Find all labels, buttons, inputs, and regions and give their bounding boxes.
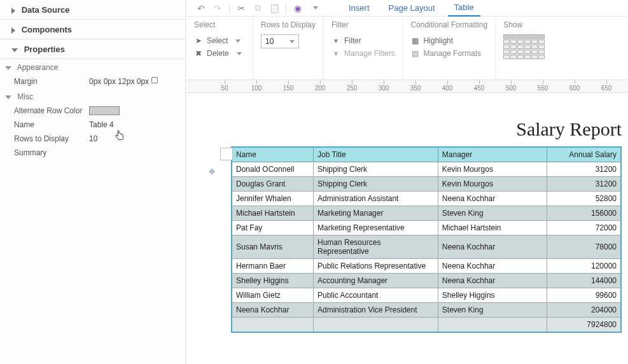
table-cell[interactable]: Hermann Baer xyxy=(232,259,314,274)
properties-misc-header[interactable]: Misc xyxy=(0,88,185,104)
table-cell[interactable]: Michael Hartstein xyxy=(232,206,314,221)
redo-icon[interactable]: ↷ xyxy=(213,3,223,13)
dropdown-arrow-icon[interactable] xyxy=(313,6,318,10)
table-cell[interactable]: Marketing Representative xyxy=(314,221,438,235)
table-cell[interactable]: 52800 xyxy=(547,192,621,206)
property-alternate-row-color[interactable]: Alternate Row Color xyxy=(0,104,185,118)
ruler-label: 450 xyxy=(474,85,485,92)
accordion-properties[interactable]: Properties xyxy=(0,39,185,59)
table-header-cell[interactable]: Name xyxy=(232,147,314,162)
table-cell[interactable]: Human Resources Representative xyxy=(314,235,438,259)
accordion-data-source[interactable]: Data Source xyxy=(0,0,185,20)
table-cell[interactable]: Douglas Grant xyxy=(232,177,314,192)
filter-button[interactable]: ▾ Filter xyxy=(331,34,394,47)
table-cell[interactable]: Administration Assistant xyxy=(314,192,438,206)
table-cell[interactable]: William Gietz xyxy=(232,288,314,303)
delete-button[interactable]: ✖ Delete xyxy=(194,47,245,60)
table-cell[interactable]: Neena Kochhar xyxy=(438,259,547,274)
table-cell[interactable]: Pat Fay xyxy=(232,221,314,235)
table-header-cell[interactable]: Job Title xyxy=(314,147,438,162)
table-cell[interactable]: Steven King xyxy=(438,206,547,221)
cut-icon[interactable]: ✂ xyxy=(236,3,246,13)
table-cell[interactable]: Neena Kochhar xyxy=(438,192,547,206)
report-title[interactable]: Salary Report xyxy=(218,118,622,140)
table-cell[interactable]: Accounting Manager xyxy=(314,274,438,288)
table-cell[interactable]: Neena Kochhar xyxy=(438,235,547,259)
table-footer-cell xyxy=(314,318,438,333)
table-cell[interactable]: 78000 xyxy=(547,235,621,259)
table-cell[interactable]: Neena Kochhar xyxy=(438,274,547,288)
manage-filters-button[interactable]: ▾ Manage Filters xyxy=(331,47,394,60)
property-name[interactable]: Name Table 4 xyxy=(0,118,185,132)
ruler-label: 350 xyxy=(410,85,421,92)
funnel-icon: ▾ xyxy=(331,36,340,45)
refresh-icon[interactable]: ◉ xyxy=(293,3,303,13)
accordion-components[interactable]: Components xyxy=(0,20,185,39)
rows-to-display-select[interactable]: 10 xyxy=(261,34,299,48)
copy-icon[interactable]: ⧉ xyxy=(253,3,263,13)
table-cell[interactable]: Administration Vice President xyxy=(314,303,438,318)
property-margin[interactable]: Margin 0px 0px 12px 0px xyxy=(0,74,185,88)
table-cell[interactable]: Neena Kochhar xyxy=(232,303,314,318)
table-cell[interactable]: 204000 xyxy=(547,303,621,318)
table-cell[interactable]: Public Relations Representative xyxy=(314,259,438,274)
table-cell[interactable]: Shipping Clerk xyxy=(314,177,438,192)
table-cell[interactable]: 31200 xyxy=(547,177,621,192)
color-swatch[interactable] xyxy=(89,106,120,115)
table-cell[interactable]: Public Accountant xyxy=(314,288,438,303)
table-cell[interactable]: Shelley Higgins xyxy=(438,288,547,303)
properties-appearance-header[interactable]: Appearance xyxy=(0,59,185,74)
move-handle-icon[interactable]: ✥ xyxy=(209,167,215,176)
ribbon-group-title: Conditional Formatting xyxy=(410,20,487,29)
table-cell[interactable]: Jennifer Whalen xyxy=(232,192,314,206)
table-cell[interactable]: Steven King xyxy=(438,303,547,318)
table-cell[interactable]: 72000 xyxy=(547,221,621,235)
table-header-cell[interactable]: Manager xyxy=(438,147,547,162)
table-cell[interactable]: Kevin Mourgos xyxy=(438,177,547,192)
table-row[interactable]: Jennifer WhalenAdministration AssistantN… xyxy=(232,192,621,206)
table-row[interactable]: Pat FayMarketing RepresentativeMichael H… xyxy=(232,221,621,235)
table-cell[interactable]: Donald OConnell xyxy=(232,162,314,177)
salary-table[interactable]: NameJob TitleManagerAnnual Salary Donald… xyxy=(231,146,622,333)
tab-insert[interactable]: Insert xyxy=(342,3,376,13)
table-cell[interactable]: 31200 xyxy=(547,162,621,177)
tab-table[interactable]: Table xyxy=(448,0,480,17)
table-cell[interactable]: Kevin Mourgos xyxy=(438,162,547,177)
report-canvas[interactable]: Salary Report ✥ NameJob TitleManagerAnnu… xyxy=(186,93,628,364)
table-cell[interactable]: Marketing Manager xyxy=(314,206,438,221)
table-row[interactable]: Neena KochharAdministration Vice Preside… xyxy=(232,303,621,318)
table-footer-row[interactable]: 7924800 xyxy=(232,318,621,333)
tab-page-layout[interactable]: Page Layout xyxy=(382,3,442,13)
table-row[interactable]: Shelley HigginsAccounting ManagerNeena K… xyxy=(232,274,621,288)
table-cell[interactable]: 99600 xyxy=(547,288,621,303)
table-row[interactable]: Michael HartsteinMarketing ManagerSteven… xyxy=(232,206,621,221)
table-row[interactable]: Douglas GrantShipping ClerkKevin Mourgos… xyxy=(232,177,621,192)
undo-icon[interactable]: ↶ xyxy=(196,3,206,13)
table-cell[interactable]: Shipping Clerk xyxy=(314,162,438,177)
paste-icon[interactable]: 📋 xyxy=(269,3,279,13)
ribbon-group-show: Show xyxy=(496,17,562,80)
manage-formats-button[interactable]: ▤ Manage Formats xyxy=(410,47,487,60)
reset-icon[interactable] xyxy=(151,77,158,83)
table-row[interactable]: Donald OConnellShipping ClerkKevin Mourg… xyxy=(232,162,621,177)
property-summary[interactable]: Summary xyxy=(0,146,185,160)
ruler-label: 50 xyxy=(221,85,228,92)
property-label: Summary xyxy=(14,148,89,157)
table-cell[interactable]: 120000 xyxy=(547,259,621,274)
page-stack-icon xyxy=(221,149,233,160)
select-button[interactable]: ➤ Select xyxy=(194,34,245,47)
table-cell[interactable]: 144000 xyxy=(547,274,621,288)
table-row[interactable]: Susan MavrisHuman Resources Representati… xyxy=(232,235,621,259)
table-cell[interactable]: 156000 xyxy=(547,206,621,221)
table-row[interactable]: William GietzPublic AccountantShelley Hi… xyxy=(232,288,621,303)
property-rows-to-display[interactable]: Rows to Display 10 xyxy=(0,132,185,146)
highlight-button[interactable]: ▦ Highlight xyxy=(410,34,487,47)
table-cell[interactable]: Michael Hartstein xyxy=(438,221,547,235)
table-header-cell[interactable]: Annual Salary xyxy=(547,147,621,162)
table-preview-icon[interactable] xyxy=(503,34,545,60)
table-cell[interactable]: Susan Mavris xyxy=(232,235,314,259)
property-label: Rows to Display xyxy=(14,134,89,143)
table-cell[interactable]: Shelley Higgins xyxy=(232,274,314,288)
table-row[interactable]: Hermann BaerPublic Relations Representat… xyxy=(232,259,621,274)
ruler-label: 650 xyxy=(601,85,612,92)
